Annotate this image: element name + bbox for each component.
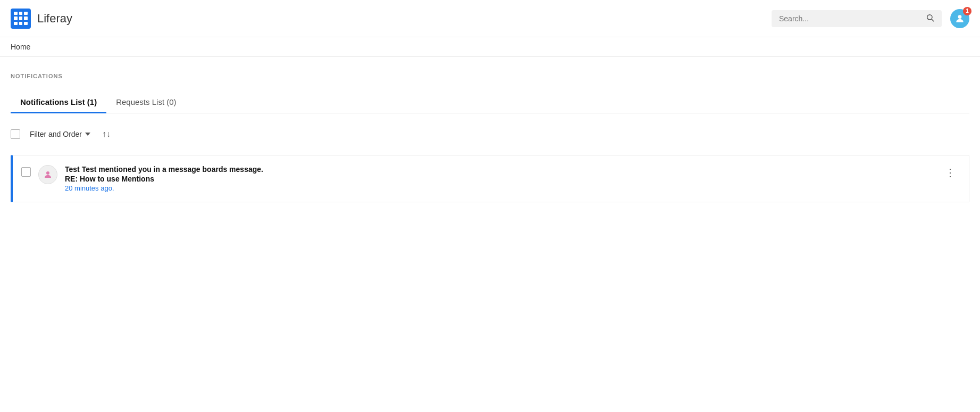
sort-icon[interactable]: ↑↓ [100, 127, 113, 141]
notification-avatar [38, 165, 57, 184]
tab-requests-list[interactable]: Requests List (0) [106, 92, 186, 113]
search-input[interactable] [779, 14, 922, 23]
breadcrumb: Home [0, 37, 980, 57]
breadcrumb-home-link[interactable]: Home [11, 43, 30, 51]
header-right: 1 [772, 9, 969, 28]
logo-text: Liferay [37, 12, 72, 26]
tab-notifications-list[interactable]: Notifications List (1) [11, 92, 106, 113]
svg-line-1 [932, 19, 934, 21]
notification-actions: ⋮ [941, 165, 960, 180]
notification-content: Test Test mentioned you in a message boa… [65, 165, 933, 192]
header-left: Liferay [11, 9, 72, 29]
toolbar: Filter and Order ↑↓ [11, 124, 969, 144]
main-content: NOTIFICATIONS Notifications List (1) Req… [0, 57, 980, 213]
svg-point-3 [46, 171, 49, 175]
svg-point-2 [958, 15, 962, 19]
notification-subtitle: RE: How to use Mentions [65, 175, 933, 183]
search-icon [926, 13, 934, 24]
filter-order-button[interactable]: Filter and Order [26, 128, 95, 141]
select-all-checkbox[interactable] [11, 129, 20, 139]
notification-list: Test Test mentioned you in a message boa… [11, 155, 969, 202]
notification-time[interactable]: 20 minutes ago. [65, 184, 933, 192]
section-title: NOTIFICATIONS [11, 73, 969, 79]
tabs-container: Notifications List (1) Requests List (0) [11, 92, 969, 113]
kebab-menu-icon[interactable]: ⋮ [941, 165, 960, 180]
notification-checkbox[interactable] [21, 167, 31, 177]
chevron-down-icon [85, 133, 90, 136]
search-bar [772, 10, 942, 27]
notification-title: Test Test mentioned you in a message boa… [65, 165, 933, 174]
header: Liferay 1 [0, 0, 980, 37]
notification-badge: 1 [963, 7, 971, 15]
filter-order-label: Filter and Order [30, 130, 82, 138]
user-avatar-wrapper[interactable]: 1 [950, 9, 969, 28]
logo-icon[interactable] [11, 9, 31, 29]
notification-item: Test Test mentioned you in a message boa… [11, 155, 969, 202]
